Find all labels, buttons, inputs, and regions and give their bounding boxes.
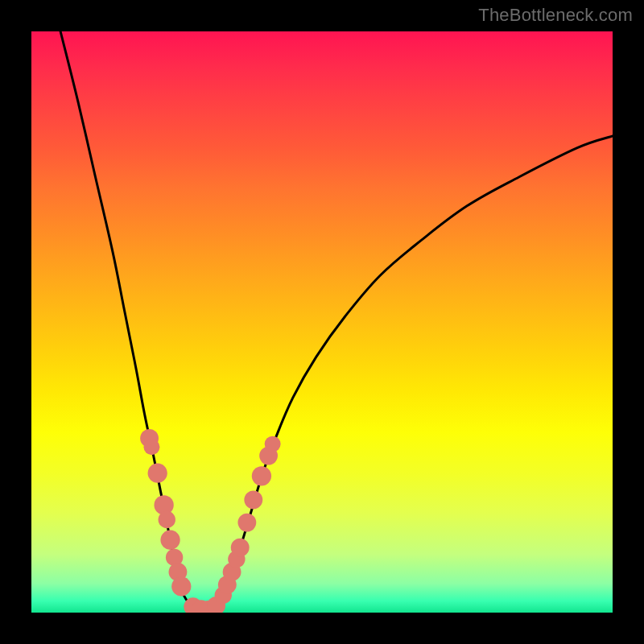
marker-right_cluster-7 [252,466,271,485]
marker-left_cluster-2 [148,464,167,483]
chart-frame: TheBottleneck.com [0,0,644,644]
chart-svg [31,31,613,613]
marker-group [140,429,280,613]
curve-right-curve [206,136,613,609]
marker-right_cluster-6 [244,491,262,510]
curve-group [60,31,613,609]
watermark-text: TheBottleneck.com [478,5,633,26]
marker-left_cluster-1 [143,439,159,455]
marker-left_cluster-5 [160,530,180,550]
marker-left_cluster-8 [171,576,191,596]
curve-left-curve [60,31,206,609]
chart-plot-area [31,31,613,613]
marker-right_cluster-5 [237,514,256,532]
marker-right_cluster-9 [265,436,281,452]
marker-left_cluster-4 [159,511,175,528]
marker-right_cluster-4 [231,539,250,557]
